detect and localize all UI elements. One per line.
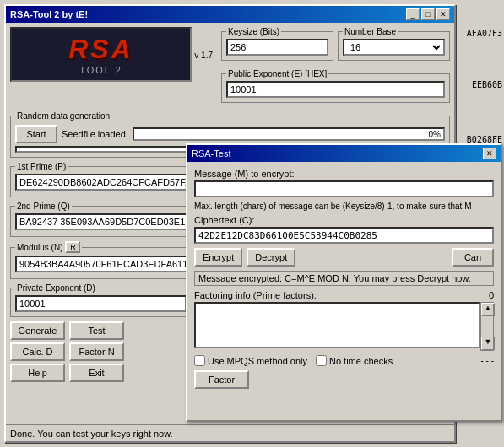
help-btn[interactable]: Help [10,364,65,382]
config-row1: Keysize (Bits) Number Base 16 10 [221,27,450,65]
numbase-group: Number Base 16 10 [338,27,450,61]
side-text-2: EEB60B [472,80,502,89]
dialog-status-msg: Message encrypted: C=M^E MOD N. You may … [194,271,494,286]
factor-btn-row: Factor [194,370,494,389]
numbase-select[interactable]: 16 10 [343,39,445,56]
logo-tool-text: TOOL 2 [68,65,133,75]
privexp-group: Private Exponent (D) [10,283,192,317]
title-bar: RSA-Tool 2 by tE! _ □ ✕ [6,6,454,23]
message-label: Message (M) to encrypt: [194,169,494,179]
encrypt-decrypt-row: Encrypt Decrypt Can [194,248,494,267]
notime-checkbox[interactable] [316,355,327,366]
pubexp-group: Public Exponent (E) [HEX] [221,69,450,103]
exit-btn[interactable]: Exit [69,364,124,382]
decrypt-btn[interactable]: Decrypt [247,248,295,267]
message-section: Message (M) to encrypt: [194,169,494,197]
numbase-select-wrapper: 16 10 [343,39,445,56]
progress-bar-container: 0% [133,127,445,141]
factor-scroll-thumb [481,316,493,337]
encrypt-btn[interactable]: Encrypt [194,248,242,267]
start-btn[interactable]: Start [15,125,57,143]
factoring-scrollbar: ▲ ▼ [480,302,494,351]
maximize-btn[interactable]: □ [421,8,435,20]
privexp-input[interactable] [15,295,187,312]
spacer [300,248,447,267]
modulus-legend: Modulus (N) R [15,241,82,253]
logo-container: RSA TOOL 2 v 1.7 [10,27,192,82]
status-bar: Done. You can test your keys right now. [6,424,454,441]
ciphertext-label: Ciphertext (C): [194,215,494,225]
logo-inner: RSA TOOL 2 [68,34,133,75]
message-input[interactable] [194,180,494,197]
test-btn[interactable]: Test [69,321,124,340]
close-btn[interactable]: ✕ [436,8,450,20]
seedfile-text: Seedfile loaded. [62,129,128,139]
title-controls: _ □ ✕ [406,8,450,20]
numbase-legend: Number Base [343,27,398,36]
factorn-btn[interactable]: Factor N [69,342,124,361]
prime2-legend: 2nd Prime (Q) [15,202,72,211]
rsa-test-dialog: RSA-Test ✕ Message (M) to encrypt: Max. … [186,143,502,422]
dialog-title-text: RSA-Test [192,148,230,159]
window-title: RSA-Tool 2 by tE! [10,9,88,19]
keysize-input[interactable] [226,39,328,56]
prime1-legend: 1st Prime (P) [15,162,68,171]
mpqs-checkbox[interactable] [194,355,205,366]
version-text: v 1.7 [194,50,213,59]
factor-scroll-up[interactable]: ▲ [481,303,495,316]
factoring-label: Factoring info (Prime factors): [194,290,317,300]
rand-legend: Random data generation [15,111,111,121]
pubexp-legend: Public Exponent (E) [HEX] [226,69,328,78]
factor-controls: - - - [480,356,494,365]
dialog-close-btn[interactable]: ✕ [483,148,496,159]
factor-btn[interactable]: Factor [194,370,249,389]
factoring-area-row: ▲ ▼ [194,302,494,351]
calcd-btn[interactable]: Calc. D [10,342,65,361]
scroll-value: 0 [489,290,494,300]
max-length-note: Max. length (chars) of message can be (K… [194,202,494,211]
logo-box: RSA TOOL 2 [10,27,192,82]
minimize-btn[interactable]: _ [406,8,420,20]
notime-label: No time checks [329,356,393,366]
factoring-header: Factoring info (Prime factors): 0 [194,290,494,300]
config-area: Keysize (Bits) Number Base 16 10 [221,27,450,107]
factor-scroll-down[interactable]: ▼ [481,337,495,350]
keysize-group: Keysize (Bits) [221,27,333,61]
factoring-textarea[interactable] [194,302,480,348]
side-text-1: AFA07F3 [467,25,502,42]
rand-row: Start Seedfile loaded. 0% [15,125,445,143]
logo-rsa-text: RSA [68,34,133,65]
top-row: RSA TOOL 2 v 1.7 Keysize (Bits) Number B… [10,27,450,107]
ciphertext-input[interactable] [194,227,494,244]
dialog-title-bar: RSA-Test ✕ [187,145,501,162]
cancel-btn[interactable]: Can [452,248,494,267]
mpqs-checkbox-label: Use MPQS method only [194,355,307,366]
ciphertext-section: Ciphertext (C): [194,215,494,244]
side-text-right: AFA07F3 [467,25,502,42]
status-text: Done. You can test your keys right now. [10,428,173,439]
mpqs-label: Use MPQS method only [208,356,307,366]
dialog-content: Message (M) to encrypt: Max. length (cha… [187,162,501,396]
modulus-label: Modulus (N) [17,243,62,252]
generate-btn[interactable]: Generate [10,321,65,340]
dash-text: - - - [480,356,494,365]
side-text-right2: EEB60B [472,80,502,89]
notime-checkbox-label: No time checks [316,355,393,366]
modulus-r-btn[interactable]: R [65,241,80,253]
options-row: Use MPQS method only No time checks - - … [194,355,494,366]
privexp-legend: Private Exponent (D) [15,283,97,293]
progress-text: 0% [429,130,441,139]
keysize-legend: Keysize (Bits) [226,27,281,36]
pubexp-input[interactable] [226,81,445,98]
